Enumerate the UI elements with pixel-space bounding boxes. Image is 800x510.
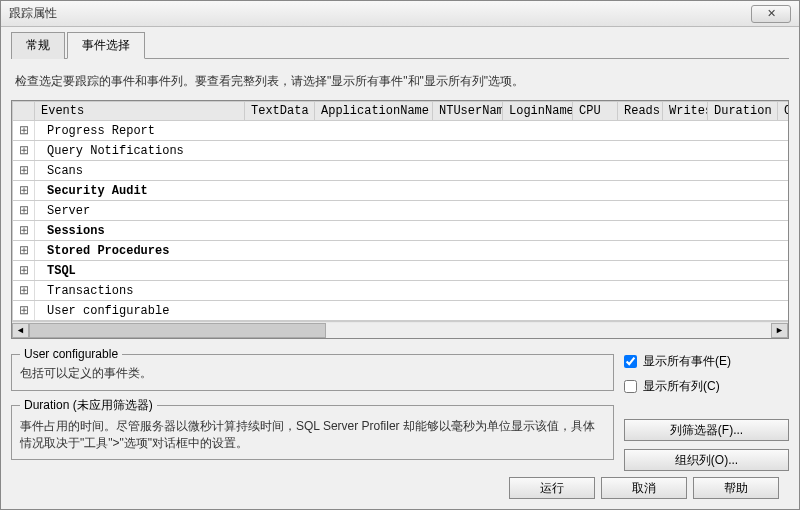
expand-icon[interactable]: ⊞: [13, 121, 35, 141]
col-login[interactable]: LoginName: [503, 102, 573, 121]
dialog-window: 跟踪属性 ✕ 常规 事件选择 检查选定要跟踪的事件和事件列。要查看完整列表，请选…: [0, 0, 800, 510]
expand-icon[interactable]: ⊞: [13, 241, 35, 261]
expand-icon[interactable]: ⊞: [13, 141, 35, 161]
table-row[interactable]: ⊞Transactions: [13, 281, 789, 301]
event-name-cell[interactable]: Stored Procedures: [35, 241, 789, 261]
expand-icon[interactable]: ⊞: [13, 261, 35, 281]
checkbox-input[interactable]: [624, 380, 637, 393]
col-writes[interactable]: Writes: [663, 102, 708, 121]
groupbox-legend: Duration (未应用筛选器): [20, 397, 157, 414]
col-ntuser[interactable]: NTUserName: [433, 102, 503, 121]
checkbox-input[interactable]: [624, 355, 637, 368]
scroll-right-icon[interactable]: ►: [771, 323, 788, 338]
event-name-cell[interactable]: Transactions: [35, 281, 789, 301]
table-row[interactable]: ⊞User configurable: [13, 301, 789, 321]
checkbox-show-all-columns[interactable]: 显示所有列(C): [624, 378, 789, 395]
col-textdata[interactable]: TextData: [245, 102, 315, 121]
help-button[interactable]: 帮助: [693, 477, 779, 499]
col-reads[interactable]: Reads: [618, 102, 663, 121]
event-name-cell[interactable]: Server: [35, 201, 789, 221]
groupbox-user-configurable: User configurable 包括可以定义的事件类。: [11, 347, 614, 391]
events-table[interactable]: Events TextData ApplicationName NTUserNa…: [12, 101, 788, 321]
horizontal-scrollbar[interactable]: ◄ ►: [12, 321, 788, 338]
groupbox-legend: User configurable: [20, 347, 122, 361]
expand-icon[interactable]: ⊞: [13, 201, 35, 221]
table-row[interactable]: ⊞Query Notifications: [13, 141, 789, 161]
expand-icon[interactable]: ⊞: [13, 161, 35, 181]
titlebar: 跟踪属性 ✕: [1, 1, 799, 27]
checkbox-label: 显示所有事件(E): [643, 353, 731, 370]
table-row[interactable]: ⊞Server: [13, 201, 789, 221]
expand-icon[interactable]: ⊞: [13, 181, 35, 201]
table-row[interactable]: ⊞Scans: [13, 161, 789, 181]
scroll-thumb[interactable]: [29, 323, 326, 338]
checkbox-show-all-events[interactable]: 显示所有事件(E): [624, 353, 789, 370]
close-button[interactable]: ✕: [751, 5, 791, 23]
tab-general[interactable]: 常规: [11, 32, 65, 59]
expand-icon[interactable]: ⊞: [13, 221, 35, 241]
cancel-button[interactable]: 取消: [601, 477, 687, 499]
col-cpu[interactable]: CPU: [573, 102, 618, 121]
tab-event-selection[interactable]: 事件选择: [67, 32, 145, 59]
event-name-cell[interactable]: Security Audit: [35, 181, 789, 201]
groupbox-desc: 事件占用的时间。尽管服务器以微秒计算持续时间，SQL Server Profil…: [20, 418, 605, 452]
dialog-buttons: 运行 取消 帮助: [11, 471, 789, 499]
table-row[interactable]: ⊞Progress Report: [13, 121, 789, 141]
table-row[interactable]: ⊞TSQL: [13, 261, 789, 281]
event-name-cell[interactable]: Query Notifications: [35, 141, 789, 161]
checkbox-label: 显示所有列(C): [643, 378, 720, 395]
table-row[interactable]: ⊞Sessions: [13, 221, 789, 241]
col-appname[interactable]: ApplicationName: [315, 102, 433, 121]
lower-panel: User configurable 包括可以定义的事件类。 Duration (…: [11, 347, 789, 471]
event-name-cell[interactable]: User configurable: [35, 301, 789, 321]
table-row[interactable]: ⊞Stored Procedures: [13, 241, 789, 261]
scroll-track[interactable]: [29, 323, 771, 338]
col-duration[interactable]: Duration: [708, 102, 778, 121]
run-button[interactable]: 运行: [509, 477, 595, 499]
event-name-cell[interactable]: Sessions: [35, 221, 789, 241]
event-name-cell[interactable]: TSQL: [35, 261, 789, 281]
event-name-cell[interactable]: Scans: [35, 161, 789, 181]
column-filter-button[interactable]: 列筛选器(F)...: [624, 419, 789, 441]
groupbox-duration: Duration (未应用筛选器) 事件占用的时间。尽管服务器以微秒计算持续时间…: [11, 397, 614, 461]
expand-icon[interactable]: ⊞: [13, 301, 35, 321]
event-name-cell[interactable]: Progress Report: [35, 121, 789, 141]
groupbox-desc: 包括可以定义的事件类。: [20, 365, 605, 382]
instruction-text: 检查选定要跟踪的事件和事件列。要查看完整列表，请选择"显示所有事件"和"显示所有…: [15, 73, 785, 90]
expand-icon[interactable]: ⊞: [13, 281, 35, 301]
col-events[interactable]: Events: [35, 102, 245, 121]
table-row[interactable]: ⊞Security Audit: [13, 181, 789, 201]
col-expander: [13, 102, 35, 121]
events-grid: Events TextData ApplicationName NTUserNa…: [11, 100, 789, 339]
organize-columns-button[interactable]: 组织列(O)...: [624, 449, 789, 471]
options-column: 显示所有事件(E) 显示所有列(C) 列筛选器(F)... 组织列(O)...: [624, 347, 789, 471]
header-row: Events TextData ApplicationName NTUserNa…: [13, 102, 789, 121]
tab-strip: 常规 事件选择: [11, 31, 789, 59]
content-area: 常规 事件选择 检查选定要跟踪的事件和事件列。要查看完整列表，请选择"显示所有事…: [1, 27, 799, 509]
descriptions-column: User configurable 包括可以定义的事件类。 Duration (…: [11, 347, 614, 471]
window-title: 跟踪属性: [9, 5, 57, 22]
scroll-left-icon[interactable]: ◄: [12, 323, 29, 338]
col-clientp[interactable]: ClientP: [778, 102, 789, 121]
